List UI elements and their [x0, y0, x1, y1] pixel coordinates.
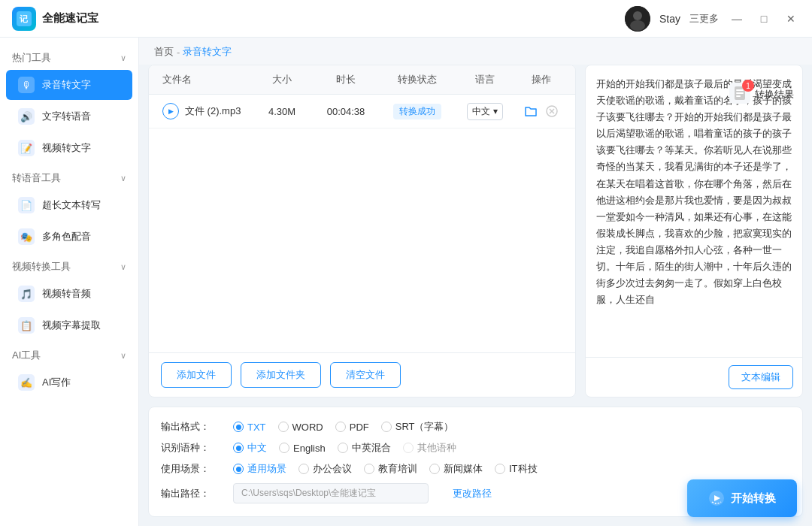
scene-education[interactable]: 教育培训	[364, 462, 417, 476]
breadcrumb-current: 录音转文字	[183, 45, 232, 59]
radio-circle	[233, 422, 244, 432]
sidebar-item-label: 视频转文字	[42, 141, 91, 155]
play-button[interactable]: ▶	[162, 103, 179, 119]
radio-circle	[364, 464, 374, 474]
sidebar-section-hot-tools: 热门工具 ∨	[0, 44, 138, 69]
start-convert-button[interactable]: 开始转换	[687, 479, 797, 517]
text-panel: 开始的开始我们都是孩子最后的最后渴望变成天使歌谣的歌谣，戴着童话的名字，孩子的孩…	[585, 65, 803, 398]
sidebar-item-audio-to-text[interactable]: 🎙 录音转文字	[6, 70, 132, 100]
scene-it[interactable]: IT科技	[495, 462, 538, 476]
svg-point-3	[633, 11, 642, 20]
sidebar-item-label: 录音转文字	[42, 78, 91, 92]
audio-to-text-icon: 🎙	[18, 77, 35, 93]
username: Stay	[659, 13, 680, 25]
sidebar-item-long-text[interactable]: 📄 超长文本转写	[6, 190, 132, 220]
text-content: 开始的开始我们都是孩子最后的最后渴望变成天使歌谣的歌谣，戴着童话的名字，孩子的孩…	[586, 65, 802, 357]
video-to-text-icon: 📝	[18, 140, 35, 156]
svg-point-4	[630, 20, 645, 31]
cell-status: 转换成功	[380, 96, 455, 127]
radio-circle	[298, 464, 309, 474]
chevron-down-icon-2: ∨	[120, 174, 126, 183]
table-row: ▶ 文件 (2).mp3 4.30M 00:04:38 转换成功 中文 ▾	[149, 95, 575, 128]
convert-result-area[interactable]: 1 转换结果	[729, 83, 794, 106]
language-row: 识别语种： 中文 English 中英混合	[161, 437, 790, 458]
more-button[interactable]: 三更多	[689, 12, 719, 26]
sidebar: 热门工具 ∨ 🎙 录音转文字 🔊 文字转语音 📝 视频转文字 转语音工具 ∨ 📄…	[0, 38, 139, 526]
output-format-label: 输出格式：	[161, 420, 215, 434]
titlebar: 记 全能速记宝 Stay 三更多 — □ ✕	[0, 0, 812, 38]
convert-result-label: 转换结果	[755, 88, 794, 101]
sidebar-item-label: 视频转音频	[42, 287, 91, 301]
ai-writing-icon: ✍	[18, 374, 35, 391]
sidebar-item-label: 文字转语音	[42, 110, 91, 123]
radio-circle	[278, 422, 289, 432]
delete-icon[interactable]	[543, 102, 561, 120]
format-word[interactable]: WORD	[278, 422, 323, 433]
svg-rect-7	[736, 89, 744, 91]
lang-other[interactable]: 其他语种	[403, 441, 456, 455]
page-body: 1 转换结果 首页 - 录音转文字 文件名 大小 时长 转换状态 语言 操作	[139, 38, 812, 526]
file-table-body: ▶ 文件 (2).mp3 4.30M 00:04:38 转换成功 中文 ▾	[149, 95, 575, 352]
format-srt[interactable]: SRT（字幕）	[381, 420, 454, 434]
text-edit-button[interactable]: 文本编辑	[729, 365, 793, 389]
sidebar-item-video-audio[interactable]: 🎵 视频转音频	[6, 279, 132, 309]
cell-actions	[515, 95, 568, 128]
cell-lang: 中文 ▾	[455, 95, 515, 128]
language-group: 中文 English 中英混合 其他语种	[233, 441, 456, 455]
col-filename: 文件名	[156, 65, 252, 94]
svg-rect-8	[736, 92, 744, 94]
sidebar-item-label: AI写作	[42, 376, 71, 389]
add-file-button[interactable]: 添加文件	[161, 362, 232, 388]
lang-other-label: 其他语种	[417, 441, 456, 455]
text-to-speech-icon: 🔊	[18, 108, 35, 125]
long-text-icon: 📄	[18, 197, 35, 213]
lang-chinese-label: 中文	[247, 441, 267, 455]
scene-education-label: 教育培训	[378, 462, 417, 476]
avatar[interactable]	[625, 6, 650, 32]
app-title: 全能速记宝	[42, 11, 625, 26]
scene-news[interactable]: 新闻媒体	[429, 462, 483, 476]
col-duration: 时长	[312, 65, 380, 94]
app-logo: 记	[12, 7, 36, 31]
minimize-button[interactable]: —	[728, 10, 746, 28]
lang-english[interactable]: English	[279, 443, 326, 454]
breadcrumb-home[interactable]: 首页	[154, 45, 174, 59]
file-table-header: 文件名 大小 时长 转换状态 语言 操作	[149, 65, 575, 95]
convert-result-count: 1	[742, 80, 754, 92]
text-panel-footer: 文本编辑	[586, 357, 802, 397]
status-badge: 转换成功	[393, 104, 441, 119]
scene-label: 使用场景：	[161, 462, 215, 476]
scene-row: 使用场景： 通用场景 办公会议 教育培训	[161, 458, 790, 479]
sidebar-item-video-to-text[interactable]: 📝 视频转文字	[6, 133, 132, 163]
scene-office[interactable]: 办公会议	[298, 462, 352, 476]
sidebar-section-speech-tools: 转语音工具 ∨	[0, 164, 138, 189]
col-status: 转换状态	[380, 65, 455, 94]
language-select[interactable]: 中文 ▾	[467, 103, 503, 120]
format-pdf[interactable]: PDF	[335, 422, 369, 433]
radio-circle	[403, 443, 414, 453]
chevron-down-icon-3: ∨	[120, 262, 126, 272]
output-path-label: 输出路径：	[161, 487, 215, 500]
lang-mixed-label: 中英混合	[352, 441, 391, 455]
change-path-button[interactable]: 更改路径	[453, 487, 492, 500]
sidebar-item-ai-writing[interactable]: ✍ AI写作	[6, 367, 132, 398]
lang-mixed[interactable]: 中英混合	[338, 441, 391, 455]
svg-rect-9	[736, 95, 741, 97]
scene-general-label: 通用场景	[247, 462, 286, 476]
sidebar-item-multi-voice[interactable]: 🎭 多角色配音	[6, 222, 132, 252]
main-layout: 热门工具 ∨ 🎙 录音转文字 🔊 文字转语音 📝 视频转文字 转语音工具 ∨ 📄…	[0, 38, 812, 526]
sidebar-item-video-subtitle[interactable]: 📋 视频字幕提取	[6, 310, 132, 340]
sidebar-item-text-to-speech[interactable]: 🔊 文字转语音	[6, 101, 132, 132]
format-txt[interactable]: TXT	[233, 422, 266, 433]
clear-files-button[interactable]: 清空文件	[330, 362, 401, 388]
scene-general[interactable]: 通用场景	[233, 462, 286, 476]
file-panel: 文件名 大小 时长 转换状态 语言 操作 ▶ 文件 (2).mp3 4.30M …	[148, 65, 576, 398]
folder-open-icon[interactable]	[522, 102, 540, 120]
radio-circle	[335, 422, 346, 432]
add-folder-button[interactable]: 添加文件夹	[241, 362, 321, 388]
chevron-down-icon: ▾	[493, 106, 498, 116]
radio-circle	[429, 464, 440, 474]
close-button[interactable]: ✕	[782, 10, 800, 28]
restore-button[interactable]: □	[755, 10, 773, 28]
lang-chinese[interactable]: 中文	[233, 441, 267, 455]
